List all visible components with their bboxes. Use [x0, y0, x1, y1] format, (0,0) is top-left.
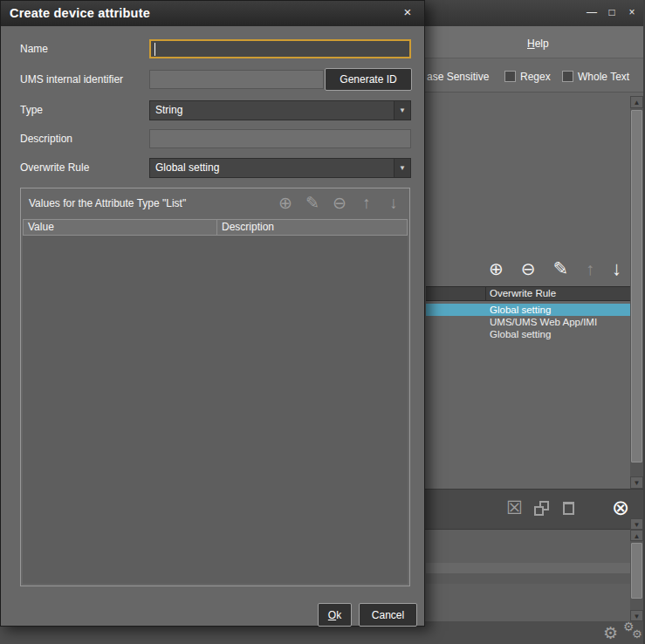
scroll-down-button[interactable]: ▼: [630, 476, 643, 489]
list-row[interactable]: Global setting: [426, 328, 630, 340]
vertical-scrollbar: ▲ ▼: [630, 96, 643, 489]
chevron-down-icon: ▼: [394, 159, 410, 177]
chevron-down-icon: ▼: [394, 101, 410, 120]
description-label: Description: [20, 133, 72, 145]
regex-checkbox[interactable]: [504, 71, 516, 82]
column-divider: [485, 287, 486, 300]
move-up-icon[interactable]: ↑: [586, 259, 594, 278]
values-groupbox: Values for the Attribute Type "List" ⊕ ✎…: [20, 188, 410, 586]
type-dropdown[interactable]: String ▼: [149, 100, 411, 120]
values-group-title: Values for the Attribute Type "List": [29, 197, 186, 209]
list-row[interactable]: Global setting: [426, 304, 630, 316]
clear-selection-icon[interactable]: ☒: [506, 497, 523, 518]
move-value-down-icon[interactable]: ↓: [385, 193, 402, 214]
ok-button[interactable]: Ok: [318, 603, 352, 627]
column-header-label: Overwrite Rule: [490, 288, 556, 298]
window-controls: — □ ×: [586, 6, 638, 18]
description-input[interactable]: [149, 129, 411, 148]
value-column-header: Value: [23, 219, 217, 236]
copy-icon[interactable]: [534, 501, 549, 516]
ums-id-label: UMS internal identifier: [20, 73, 123, 86]
screen: — □ × Help ase Sensitive Regex Whole Tex…: [0, 0, 645, 644]
remove-value-icon[interactable]: ⊖: [331, 193, 348, 214]
scrollbar-thumb[interactable]: [631, 110, 642, 462]
scroll-up-button[interactable]: ▲: [630, 530, 643, 541]
name-input[interactable]: [149, 39, 411, 58]
overwrite-rule-selected-value: Global setting: [155, 161, 219, 174]
add-icon[interactable]: ⊕: [489, 259, 504, 278]
edit-value-icon[interactable]: ✎: [304, 193, 321, 214]
case-sensitive-label: ase Sensitive: [427, 71, 489, 83]
type-selected-value: String: [155, 104, 182, 116]
dialog-titlebar[interactable]: Create device attribute ×: [1, 1, 424, 26]
panel-row: [426, 573, 630, 584]
minimize-icon[interactable]: —: [586, 6, 598, 18]
move-value-up-icon[interactable]: ↑: [358, 193, 375, 214]
gear-icon: ⚙: [603, 623, 618, 643]
cancel-button-label: Cancel: [372, 609, 404, 621]
copy-front-page: [534, 506, 544, 516]
values-toolbar: ⊕ ✎ ⊖ ↑ ↓: [277, 193, 402, 214]
name-label: Name: [20, 43, 48, 55]
list-row[interactable]: UMS/UMS Web App/IMI: [426, 316, 630, 328]
whole-text-checkbox[interactable]: [562, 71, 573, 82]
scroll-up-button[interactable]: ▲: [630, 96, 643, 108]
gear-icon: ⚙: [632, 627, 642, 641]
ums-id-input[interactable]: [149, 70, 324, 89]
create-device-attribute-dialog: Create device attribute × Name UMS inter…: [0, 0, 425, 627]
overwrite-rule-dropdown[interactable]: Global setting ▼: [149, 158, 411, 178]
generate-id-button[interactable]: Generate ID: [325, 68, 412, 91]
regex-label: Regex: [520, 71, 551, 83]
cancel-button[interactable]: Cancel: [359, 603, 417, 627]
scroll-down-button[interactable]: ▼: [630, 518, 643, 530]
maximize-icon[interactable]: □: [606, 6, 618, 18]
remove-icon[interactable]: ⊖: [521, 259, 536, 278]
panel-row: [426, 563, 630, 573]
values-table-body[interactable]: [23, 236, 408, 584]
close-icon[interactable]: ×: [626, 6, 638, 18]
overwrite-rule-label: Overwrite Rule: [20, 161, 89, 174]
dialog-title: Create device attribute: [10, 6, 150, 20]
column-header-overwrite-rule: Overwrite Rule: [426, 286, 630, 301]
help-button[interactable]: Help: [527, 38, 549, 50]
type-label: Type: [20, 104, 43, 116]
edit-icon[interactable]: ✎: [552, 259, 568, 278]
ok-button-label: Ok: [328, 609, 341, 621]
add-value-icon[interactable]: ⊕: [277, 193, 294, 214]
description-column-header: Description: [217, 219, 408, 236]
text-caret: [154, 43, 155, 56]
close-circle-icon[interactable]: ⊗: [612, 496, 629, 520]
values-table-header: Value Description: [23, 219, 408, 236]
scrollbar-thumb[interactable]: [631, 543, 642, 599]
whole-text-label: Whole Text: [578, 71, 629, 83]
move-down-icon[interactable]: ↓: [612, 259, 621, 278]
list-toolbar: ⊕ ⊖ ✎ ↑ ↓: [489, 257, 621, 280]
delete-icon[interactable]: [563, 502, 574, 515]
vertical-scrollbar: ▲ ▼: [630, 530, 643, 621]
close-icon[interactable]: ×: [401, 5, 415, 19]
